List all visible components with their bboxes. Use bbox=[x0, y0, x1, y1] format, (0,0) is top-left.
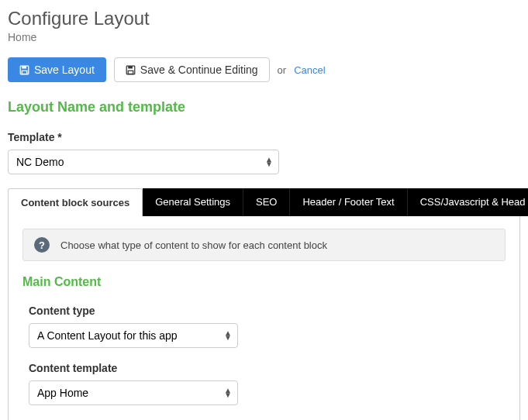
template-select[interactable]: NC Demo bbox=[8, 150, 279, 174]
save-icon bbox=[126, 65, 136, 75]
action-bar: Save Layout Save & Continue Editing or C… bbox=[8, 57, 520, 82]
svg-rect-2 bbox=[22, 71, 27, 74]
svg-rect-1 bbox=[22, 66, 26, 68]
tab-header-footer[interactable]: Header / Footer Text bbox=[290, 188, 407, 216]
main-content-heading: Main Content bbox=[22, 275, 506, 289]
content-type-select[interactable]: A Content Layout for this app bbox=[29, 323, 238, 348]
or-text: or bbox=[278, 64, 287, 76]
tabs: Content block sources General Settings S… bbox=[8, 188, 520, 216]
cancel-link[interactable]: Cancel bbox=[294, 64, 325, 76]
template-label: Template * bbox=[8, 131, 520, 143]
content-template-select[interactable]: App Home bbox=[29, 380, 238, 405]
svg-rect-4 bbox=[128, 66, 133, 68]
svg-rect-5 bbox=[128, 71, 133, 74]
info-box: ? Choose what type of content to show fo… bbox=[22, 229, 506, 261]
page-title: Configure Layout bbox=[8, 8, 520, 29]
question-icon: ? bbox=[34, 237, 50, 253]
content-type-label: Content type bbox=[29, 305, 506, 317]
tab-general-settings[interactable]: General Settings bbox=[143, 188, 243, 216]
content-template-label: Content template bbox=[29, 362, 506, 374]
tab-css-js-head[interactable]: CSS/Javascript & Head Content bbox=[408, 188, 528, 216]
save-icon bbox=[19, 65, 29, 75]
tab-panel: ? Choose what type of content to show fo… bbox=[8, 216, 520, 420]
section-heading: Layout Name and template bbox=[8, 99, 520, 115]
save-layout-button[interactable]: Save Layout bbox=[8, 57, 106, 82]
save-continue-label: Save & Continue Editing bbox=[140, 64, 258, 76]
info-text: Choose what type of content to show for … bbox=[60, 239, 327, 251]
save-layout-label: Save Layout bbox=[34, 64, 95, 76]
page-subtitle: Home bbox=[8, 31, 520, 43]
tab-content-block-sources[interactable]: Content block sources bbox=[8, 188, 143, 216]
save-continue-button[interactable]: Save & Continue Editing bbox=[114, 57, 270, 82]
tab-seo[interactable]: SEO bbox=[243, 188, 290, 216]
